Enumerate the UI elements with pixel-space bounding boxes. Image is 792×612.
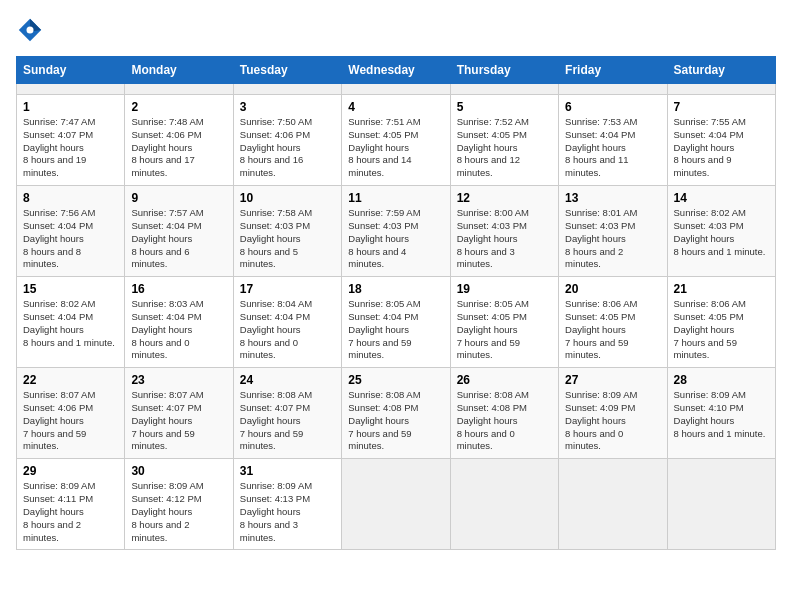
day-info: Sunrise: 8:02 AM Sunset: 4:03 PM Dayligh… [674, 207, 769, 258]
calendar-cell: 2 Sunrise: 7:48 AM Sunset: 4:06 PM Dayli… [125, 95, 233, 186]
weekday-header-row: SundayMondayTuesdayWednesdayThursdayFrid… [17, 57, 776, 84]
day-number: 14 [674, 191, 769, 205]
day-info: Sunrise: 8:09 AM Sunset: 4:11 PM Dayligh… [23, 480, 118, 544]
calendar-cell [450, 84, 558, 95]
day-info: Sunrise: 7:55 AM Sunset: 4:04 PM Dayligh… [674, 116, 769, 180]
calendar-cell: 8 Sunrise: 7:56 AM Sunset: 4:04 PM Dayli… [17, 186, 125, 277]
day-number: 19 [457, 282, 552, 296]
day-number: 17 [240, 282, 335, 296]
calendar-cell: 21 Sunrise: 8:06 AM Sunset: 4:05 PM Dayl… [667, 277, 775, 368]
day-number: 24 [240, 373, 335, 387]
day-number: 22 [23, 373, 118, 387]
day-number: 20 [565, 282, 660, 296]
day-info: Sunrise: 8:00 AM Sunset: 4:03 PM Dayligh… [457, 207, 552, 271]
calendar-cell: 17 Sunrise: 8:04 AM Sunset: 4:04 PM Dayl… [233, 277, 341, 368]
logo [16, 16, 48, 44]
day-info: Sunrise: 8:07 AM Sunset: 4:07 PM Dayligh… [131, 389, 226, 453]
calendar-cell: 13 Sunrise: 8:01 AM Sunset: 4:03 PM Dayl… [559, 186, 667, 277]
calendar-cell: 10 Sunrise: 7:58 AM Sunset: 4:03 PM Dayl… [233, 186, 341, 277]
day-number: 31 [240, 464, 335, 478]
weekday-saturday: Saturday [667, 57, 775, 84]
day-info: Sunrise: 8:08 AM Sunset: 4:08 PM Dayligh… [457, 389, 552, 453]
day-number: 3 [240, 100, 335, 114]
day-info: Sunrise: 7:51 AM Sunset: 4:05 PM Dayligh… [348, 116, 443, 180]
calendar-cell [233, 84, 341, 95]
day-info: Sunrise: 8:09 AM Sunset: 4:10 PM Dayligh… [674, 389, 769, 440]
calendar-week-row: 29 Sunrise: 8:09 AM Sunset: 4:11 PM Dayl… [17, 459, 776, 550]
calendar-cell: 15 Sunrise: 8:02 AM Sunset: 4:04 PM Dayl… [17, 277, 125, 368]
day-info: Sunrise: 7:53 AM Sunset: 4:04 PM Dayligh… [565, 116, 660, 180]
calendar-cell: 1 Sunrise: 7:47 AM Sunset: 4:07 PM Dayli… [17, 95, 125, 186]
calendar-cell [667, 84, 775, 95]
day-number: 21 [674, 282, 769, 296]
calendar-cell: 4 Sunrise: 7:51 AM Sunset: 4:05 PM Dayli… [342, 95, 450, 186]
weekday-sunday: Sunday [17, 57, 125, 84]
calendar-cell: 31 Sunrise: 8:09 AM Sunset: 4:13 PM Dayl… [233, 459, 341, 550]
weekday-monday: Monday [125, 57, 233, 84]
day-number: 13 [565, 191, 660, 205]
calendar-week-row: 22 Sunrise: 8:07 AM Sunset: 4:06 PM Dayl… [17, 368, 776, 459]
weekday-thursday: Thursday [450, 57, 558, 84]
day-info: Sunrise: 7:47 AM Sunset: 4:07 PM Dayligh… [23, 116, 118, 180]
weekday-friday: Friday [559, 57, 667, 84]
day-number: 2 [131, 100, 226, 114]
day-info: Sunrise: 8:09 AM Sunset: 4:13 PM Dayligh… [240, 480, 335, 544]
day-number: 4 [348, 100, 443, 114]
calendar-week-row: 15 Sunrise: 8:02 AM Sunset: 4:04 PM Dayl… [17, 277, 776, 368]
day-number: 28 [674, 373, 769, 387]
day-info: Sunrise: 8:02 AM Sunset: 4:04 PM Dayligh… [23, 298, 118, 349]
day-info: Sunrise: 7:59 AM Sunset: 4:03 PM Dayligh… [348, 207, 443, 271]
day-number: 9 [131, 191, 226, 205]
calendar-cell: 23 Sunrise: 8:07 AM Sunset: 4:07 PM Dayl… [125, 368, 233, 459]
calendar-cell: 16 Sunrise: 8:03 AM Sunset: 4:04 PM Dayl… [125, 277, 233, 368]
day-info: Sunrise: 8:07 AM Sunset: 4:06 PM Dayligh… [23, 389, 118, 453]
calendar-cell [125, 84, 233, 95]
day-number: 12 [457, 191, 552, 205]
calendar-cell: 28 Sunrise: 8:09 AM Sunset: 4:10 PM Dayl… [667, 368, 775, 459]
calendar-cell: 20 Sunrise: 8:06 AM Sunset: 4:05 PM Dayl… [559, 277, 667, 368]
day-info: Sunrise: 8:05 AM Sunset: 4:04 PM Dayligh… [348, 298, 443, 362]
day-info: Sunrise: 7:57 AM Sunset: 4:04 PM Dayligh… [131, 207, 226, 271]
day-info: Sunrise: 8:05 AM Sunset: 4:05 PM Dayligh… [457, 298, 552, 362]
day-number: 7 [674, 100, 769, 114]
day-info: Sunrise: 7:52 AM Sunset: 4:05 PM Dayligh… [457, 116, 552, 180]
calendar-cell [342, 84, 450, 95]
day-number: 30 [131, 464, 226, 478]
calendar-cell [17, 84, 125, 95]
calendar-cell: 7 Sunrise: 7:55 AM Sunset: 4:04 PM Dayli… [667, 95, 775, 186]
calendar-cell: 12 Sunrise: 8:00 AM Sunset: 4:03 PM Dayl… [450, 186, 558, 277]
day-number: 26 [457, 373, 552, 387]
calendar-cell [450, 459, 558, 550]
day-info: Sunrise: 8:09 AM Sunset: 4:09 PM Dayligh… [565, 389, 660, 453]
day-number: 1 [23, 100, 118, 114]
calendar-cell [559, 459, 667, 550]
calendar-cell: 18 Sunrise: 8:05 AM Sunset: 4:04 PM Dayl… [342, 277, 450, 368]
calendar-week-row: 1 Sunrise: 7:47 AM Sunset: 4:07 PM Dayli… [17, 95, 776, 186]
day-info: Sunrise: 7:50 AM Sunset: 4:06 PM Dayligh… [240, 116, 335, 180]
day-number: 8 [23, 191, 118, 205]
calendar-week-row: 8 Sunrise: 7:56 AM Sunset: 4:04 PM Dayli… [17, 186, 776, 277]
day-info: Sunrise: 8:04 AM Sunset: 4:04 PM Dayligh… [240, 298, 335, 362]
day-number: 25 [348, 373, 443, 387]
calendar-cell: 19 Sunrise: 8:05 AM Sunset: 4:05 PM Dayl… [450, 277, 558, 368]
calendar-week-row [17, 84, 776, 95]
day-number: 27 [565, 373, 660, 387]
day-number: 16 [131, 282, 226, 296]
calendar-cell: 27 Sunrise: 8:09 AM Sunset: 4:09 PM Dayl… [559, 368, 667, 459]
day-number: 18 [348, 282, 443, 296]
day-info: Sunrise: 7:56 AM Sunset: 4:04 PM Dayligh… [23, 207, 118, 271]
calendar-cell: 11 Sunrise: 7:59 AM Sunset: 4:03 PM Dayl… [342, 186, 450, 277]
day-info: Sunrise: 7:58 AM Sunset: 4:03 PM Dayligh… [240, 207, 335, 271]
calendar-header: SundayMondayTuesdayWednesdayThursdayFrid… [17, 57, 776, 84]
calendar-cell: 29 Sunrise: 8:09 AM Sunset: 4:11 PM Dayl… [17, 459, 125, 550]
day-number: 11 [348, 191, 443, 205]
day-info: Sunrise: 8:08 AM Sunset: 4:08 PM Dayligh… [348, 389, 443, 453]
calendar-cell: 22 Sunrise: 8:07 AM Sunset: 4:06 PM Dayl… [17, 368, 125, 459]
day-number: 29 [23, 464, 118, 478]
calendar-cell: 3 Sunrise: 7:50 AM Sunset: 4:06 PM Dayli… [233, 95, 341, 186]
day-number: 10 [240, 191, 335, 205]
calendar-cell [342, 459, 450, 550]
calendar-cell: 26 Sunrise: 8:08 AM Sunset: 4:08 PM Dayl… [450, 368, 558, 459]
day-info: Sunrise: 8:01 AM Sunset: 4:03 PM Dayligh… [565, 207, 660, 271]
day-number: 15 [23, 282, 118, 296]
